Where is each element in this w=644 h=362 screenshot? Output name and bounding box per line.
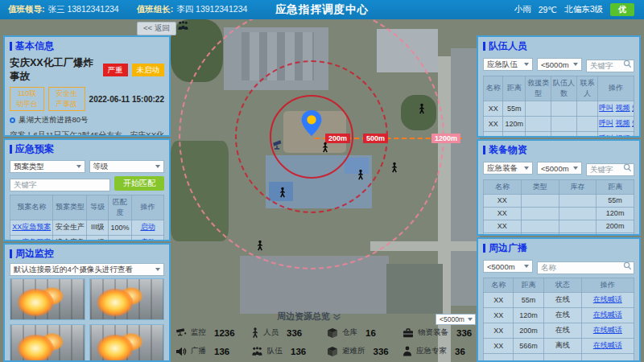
event-description: 突发！6月11日下午2时45分左右，安庆XX化工厂三车间发生爆炸，目前事故造成至… — [10, 130, 164, 137]
stat-value: 136 — [291, 347, 306, 356]
supply-type-select[interactable]: 应急装备 — [483, 162, 533, 175]
stat-value: 336 — [456, 328, 472, 338]
team-range-value: <5000m — [541, 60, 569, 69]
resource-overview-title[interactable]: 周边资源总览 — [277, 311, 341, 323]
plan-level-value: 等级 — [93, 162, 109, 172]
call-link[interactable]: 呼叫 — [599, 104, 613, 112]
location-pin-icon — [10, 117, 15, 123]
search-icon — [623, 163, 632, 172]
broadcast-name-input[interactable] — [537, 261, 634, 274]
team-marker-icon[interactable] — [177, 20, 189, 31]
back-button[interactable]: << 返回 — [137, 22, 176, 35]
col-header: 距离 — [597, 179, 634, 194]
camera-mode-select[interactable]: 默认连接最近的4个摄像头进行查看 — [10, 263, 164, 276]
back-label: 返回 — [155, 23, 170, 32]
stat-label: 队伍 — [267, 346, 283, 356]
table-row: XX200m — [484, 220, 634, 232]
person-marker-icon[interactable] — [390, 162, 398, 174]
plan-start-link[interactable]: 启动 — [140, 238, 155, 241]
search-icon — [623, 60, 632, 68]
header-accent-bar — [10, 249, 12, 258]
table-row: XX55m — [484, 194, 634, 207]
table-row: XX 120m 呼叫 视频 短信 — [484, 116, 634, 131]
camera-feed-thumbnail[interactable] — [89, 324, 165, 362]
supply-range-select[interactable]: <5000m — [537, 162, 582, 175]
teams-table: 名称 距离 救援类型 队伍人数 联系人 操作 XX 55m 呼叫 视频 短信 — [483, 76, 634, 138]
table-row: XX 200m 呼叫 视频 短信 — [484, 131, 634, 138]
air-quality-badge: 优 — [610, 3, 634, 16]
chevron-down-icon — [524, 167, 529, 170]
plan-type-select[interactable]: 预案类型 — [10, 160, 85, 173]
stat-warehouse: 仓库 16 — [325, 323, 401, 342]
video-link[interactable]: 视频 — [616, 134, 630, 138]
col-header: 状态 — [543, 278, 581, 292]
live-shout-link[interactable]: 在线喊话 — [593, 311, 622, 319]
weather-wind: 北偏东3级 — [564, 4, 603, 15]
plan-name-link[interactable]: XX应急预案 — [12, 238, 51, 241]
sms-link[interactable]: 短信 — [632, 104, 634, 112]
status-badge: 未启动 — [132, 64, 165, 76]
equipment-supplies-panel: 装备物资 应急装备 <5000m 名称 类型 库存 距离 XX5 — [477, 139, 641, 236]
person-marker-icon[interactable] — [418, 103, 426, 115]
live-shout-link[interactable]: 在线喊话 — [593, 295, 622, 303]
team-type-select[interactable]: 应急队伍 — [483, 58, 533, 71]
person-marker-icon[interactable] — [256, 240, 264, 252]
col-header: 救援类型 — [526, 76, 551, 101]
video-link[interactable]: 视频 — [616, 104, 630, 112]
plan-name-link[interactable]: XX应急预案 — [12, 223, 51, 231]
table-row: XX566m — [484, 232, 634, 236]
chevron-down-icon — [76, 165, 81, 168]
start-match-button[interactable]: 开始匹配 — [114, 176, 164, 191]
broadcast-range-select[interactable]: <5000m — [483, 260, 533, 273]
person-marker-icon[interactable] — [321, 142, 329, 154]
plans-table: 预案名称 预案类型 等级 匹配度 操作 XX应急预案 安全生产 III级 100… — [10, 195, 164, 242]
camera-marker-icon[interactable] — [272, 138, 285, 151]
team-range-select[interactable]: <5000m — [537, 58, 582, 71]
plan-level-select[interactable]: 等级 — [89, 160, 165, 173]
camera-feed-thumbnail[interactable] — [89, 278, 165, 320]
stat-value: 1236 — [214, 328, 235, 338]
table-row: XX应急预案 安全生产 III级 100% 启动 — [10, 220, 164, 235]
plan-start-link[interactable]: 启动 — [140, 223, 155, 231]
accident-type-button[interactable]: 安全生产事故 — [48, 87, 85, 111]
shelter-icon — [327, 346, 338, 357]
ring-label-500m: 500m — [363, 134, 388, 143]
stat-personnel: 人员 336 — [250, 323, 325, 342]
overview-range-value: <5000m — [440, 315, 464, 323]
map-terrain-block — [242, 32, 314, 80]
map-terrain-block — [240, 256, 389, 314]
emergency-dispatch-screen: 200m 500m 1200m 值班领导: 张三 13812341234 值班组… — [0, 0, 644, 362]
camera-feed-thumbnail[interactable] — [10, 278, 85, 320]
resource-stats-grid: 监控 1236 人员 336 仓库 16 物资装备 336 广播 136 队伍 … — [174, 323, 477, 360]
live-shout-link[interactable]: 在线喊话 — [593, 341, 622, 349]
incident-location-pin[interactable] — [301, 110, 322, 137]
live-shout-link[interactable]: 在线喊话 — [593, 326, 622, 334]
camera-feed-thumbnail[interactable] — [10, 324, 85, 362]
person-icon — [251, 327, 259, 339]
table-row: XX 55m 呼叫 视频 短信 — [484, 101, 634, 116]
supply-range-value: <5000m — [541, 164, 569, 173]
monitor-title: 周边监控 — [15, 247, 54, 261]
col-header: 距离 — [503, 76, 526, 101]
stat-value: 336 — [374, 347, 389, 356]
call-link[interactable]: 呼叫 — [599, 119, 613, 127]
plan-keyword-input[interactable] — [10, 179, 110, 191]
chevron-down-icon — [155, 268, 160, 271]
weather-temperature: 29℃ — [539, 5, 557, 14]
col-header: 类型 — [521, 179, 559, 194]
linkage-platform-button[interactable]: 110联动平台 — [10, 87, 44, 111]
sms-link[interactable]: 短信 — [632, 134, 634, 138]
map-terrain-block — [451, 48, 480, 306]
sms-link[interactable]: 短信 — [632, 119, 634, 127]
team-keyword-wrap — [586, 57, 634, 72]
range-ring-1200m — [179, 4, 444, 269]
person-marker-icon[interactable] — [279, 187, 287, 199]
call-link[interactable]: 呼叫 — [599, 134, 613, 138]
event-datetime: 2022-06-11 15:00:22 — [89, 95, 164, 104]
stat-value: 336 — [287, 328, 302, 338]
person-marker-icon[interactable] — [357, 169, 365, 181]
stat-shelter: 避难所 336 — [325, 342, 401, 360]
plans-header: 应急预案 — [5, 140, 169, 157]
video-link[interactable]: 视频 — [616, 119, 630, 127]
stat-broadcast: 广播 136 — [174, 342, 250, 360]
